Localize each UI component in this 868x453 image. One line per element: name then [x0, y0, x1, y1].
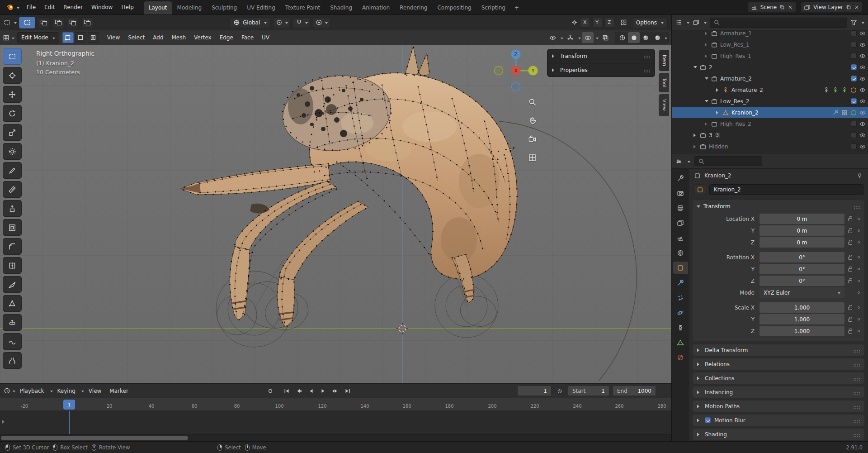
workspace-tab-sculpting[interactable]: Sculpting: [207, 1, 242, 14]
workspace-tab-shading[interactable]: Shading: [325, 1, 357, 14]
exclude-checkbox[interactable]: [851, 42, 857, 48]
pin-icon[interactable]: [856, 172, 863, 179]
outliner-search-input[interactable]: [710, 18, 847, 28]
xray-toggle-button[interactable]: [599, 32, 611, 43]
outliner-display-mode-button[interactable]: [693, 19, 699, 26]
animate-dot[interactable]: [858, 256, 860, 258]
workspace-tab-rendering[interactable]: Rendering: [395, 1, 432, 14]
animate-dot[interactable]: [858, 280, 860, 282]
shading-wireframe-button[interactable]: [616, 32, 628, 43]
outliner-row-collection-3[interactable]: 3 3: [672, 129, 868, 141]
animate-dot[interactable]: [858, 218, 860, 220]
tab-item[interactable]: Item: [659, 50, 669, 71]
playhead-line[interactable]: [69, 411, 70, 434]
workspace-tab-modeling[interactable]: Modeling: [172, 1, 207, 14]
section-shading[interactable]: Shading: [693, 429, 864, 440]
location-x-field[interactable]: 0 m: [760, 214, 844, 224]
tool-bevel[interactable]: [3, 238, 22, 255]
proportional-editing-dropdown[interactable]: [313, 17, 330, 28]
menu-view[interactable]: View: [104, 33, 123, 43]
current-frame-field[interactable]: 1: [517, 386, 552, 396]
panel-grip-icon[interactable]: [854, 206, 855, 207]
show-gizmo-button[interactable]: [564, 32, 576, 43]
modifier-wrench-icon[interactable]: [832, 110, 839, 116]
playhead[interactable]: 1: [63, 400, 75, 410]
menu-face[interactable]: Face: [238, 33, 257, 43]
workspace-tab-animation[interactable]: Animation: [357, 1, 395, 14]
menu-playback[interactable]: Playback: [16, 386, 48, 396]
tool-smooth[interactable]: [3, 333, 22, 350]
eye-icon[interactable]: [859, 42, 866, 48]
exclude-checkbox[interactable]: [851, 76, 857, 81]
timeline-track[interactable]: [0, 411, 671, 434]
tool-poly-build[interactable]: [3, 295, 22, 312]
lock-icon[interactable]: [848, 242, 852, 245]
pose-icon[interactable]: [823, 87, 830, 93]
lock-icon[interactable]: [848, 230, 852, 233]
tool-knife[interactable]: [3, 276, 22, 293]
jump-to-start-button[interactable]: [281, 386, 292, 396]
face-select-button[interactable]: [88, 32, 99, 43]
remove-view-layer-button[interactable]: [854, 5, 859, 10]
object-name-field[interactable]: Kranion_2: [709, 184, 863, 195]
blender-menu-button[interactable]: [4, 3, 22, 11]
n-panel-properties-header[interactable]: Properties: [547, 63, 655, 76]
jump-to-end-button[interactable]: [342, 386, 353, 396]
scale-x-field[interactable]: 1.000: [760, 302, 844, 313]
tool-inset-faces[interactable]: [3, 219, 22, 236]
active-tool-button[interactable]: [19, 17, 35, 29]
array-modifier-icon[interactable]: [841, 110, 848, 116]
navigation-gizmo[interactable]: Z Y X: [492, 47, 539, 94]
tool-rip-region[interactable]: [3, 352, 22, 369]
viewport-canvas[interactable]: Right Orthographic (1) Kranion_2 10 Cent…: [0, 45, 671, 383]
tab-world[interactable]: [673, 247, 688, 259]
editor-type-button[interactable]: [3, 34, 9, 41]
exclude-checkbox[interactable]: [851, 64, 857, 70]
menu-edit[interactable]: Edit: [40, 2, 59, 12]
tab-view[interactable]: View: [659, 94, 669, 116]
eye-icon[interactable]: [859, 98, 866, 105]
menu-edge[interactable]: Edge: [216, 33, 237, 43]
timeline-scrollbar[interactable]: [0, 434, 671, 441]
new-view-layer-button[interactable]: [846, 5, 851, 10]
tool-cursor[interactable]: [3, 67, 22, 84]
unlink-scene-button[interactable]: [788, 5, 793, 10]
new-scene-button[interactable]: [779, 5, 785, 10]
menu-help[interactable]: Help: [117, 2, 137, 12]
menu-mesh[interactable]: Mesh: [168, 33, 190, 43]
lock-icon[interactable]: [848, 257, 852, 260]
menu-add[interactable]: Add: [149, 33, 167, 43]
tool-spin[interactable]: [3, 314, 22, 331]
panel-grip-icon[interactable]: [854, 350, 854, 351]
lock-icon[interactable]: [848, 319, 852, 322]
panel-grip-icon[interactable]: [854, 406, 854, 407]
vertex-select-button[interactable]: [62, 32, 74, 43]
object-visibility-button[interactable]: [547, 32, 558, 43]
outliner-row-kranion-2[interactable]: Kranion_2: [672, 107, 868, 118]
menu-keying[interactable]: Keying: [54, 386, 79, 396]
outliner-editor-type-button[interactable]: [675, 19, 682, 26]
lock-icon[interactable]: [848, 268, 852, 272]
eye-icon[interactable]: [859, 143, 866, 150]
animate-dot[interactable]: [858, 330, 860, 332]
exclude-checkbox[interactable]: [851, 121, 857, 127]
orientation-dropdown[interactable]: Global: [229, 17, 271, 28]
scale-z-field[interactable]: 1.000: [760, 326, 844, 336]
menu-vertex[interactable]: Vertex: [190, 33, 215, 43]
shading-rendered-button[interactable]: [651, 32, 663, 43]
toggle-ortho-icon[interactable]: [526, 152, 538, 163]
eye-icon[interactable]: [859, 87, 866, 93]
tab-material[interactable]: [673, 351, 688, 363]
exclude-checkbox[interactable]: [851, 98, 857, 104]
transform-panel-header[interactable]: Transform: [693, 200, 864, 213]
location-z-field[interactable]: 0 m: [760, 237, 844, 248]
menu-uv[interactable]: UV: [258, 33, 273, 43]
lock-icon[interactable]: [848, 330, 852, 334]
expand-arrow-icon[interactable]: [716, 111, 720, 114]
animate-dot[interactable]: [858, 291, 860, 294]
mirror-y-button[interactable]: Y: [592, 18, 602, 28]
scale-y-field[interactable]: 1.000: [760, 314, 844, 324]
edge-select-button[interactable]: [75, 32, 86, 43]
eye-icon[interactable]: [859, 132, 866, 138]
menu-select[interactable]: Select: [124, 33, 148, 43]
